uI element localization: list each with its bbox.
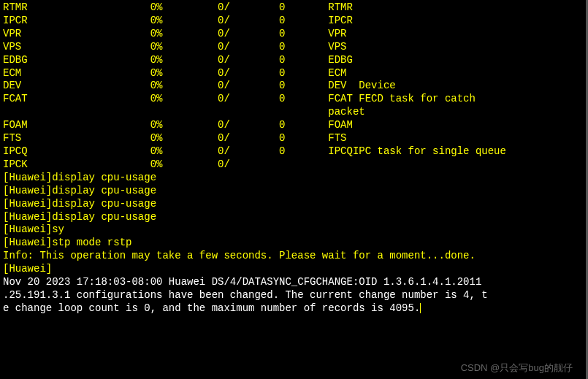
cli-command: [Huawei]sy (3, 223, 583, 237)
cpu-usage-row: RTMR 0% 0/ 0 RTMR (3, 1, 583, 15)
cpu-usage-row: FTS 0% 0/ 0 FTS (3, 132, 583, 145)
cpu-usage-row: FOAM 0% 0/ 0 FOAM (3, 119, 583, 132)
cpu-usage-row: VPS 0% 0/ 0 VPS (3, 41, 583, 54)
cli-command: [Huawei]stp mode rstp (3, 237, 583, 250)
cpu-usage-row: IPCR 0% 0/ 0 IPCR (3, 15, 583, 28)
cpu-usage-row: ECM 0% 0/ 0 ECM (3, 67, 583, 80)
watermark-text: CSDN @只会写bug的靓仔 (461, 361, 573, 375)
cpu-usage-row: IPCQ 0% 0/ 0 IPCQIPC task for single que… (3, 145, 583, 158)
cli-prompt: [Huawei] (3, 263, 583, 276)
cli-command: [Huawei]display cpu-usage (3, 185, 583, 198)
cpu-usage-row: packet (3, 106, 583, 119)
cpu-usage-row: EDBG 0% 0/ 0 EDBG (3, 54, 583, 67)
cli-command: [Huawei]display cpu-usage (3, 198, 583, 211)
cli-command: [Huawei]display cpu-usage (3, 172, 583, 185)
cpu-usage-row: IPCK 0% 0/ (3, 158, 583, 172)
cpu-usage-row: VPR 0% 0/ 0 VPR (3, 28, 583, 41)
cli-info: Info: This operation may take a few seco… (3, 250, 583, 263)
cursor-icon (420, 303, 421, 313)
cpu-usage-row: DEV 0% 0/ 0 DEV Device (3, 80, 583, 93)
log-line: e change loop count is 0, and the maximu… (3, 302, 583, 315)
log-line: .25.191.3.1 configurations have been cha… (3, 289, 583, 302)
cli-command: [Huawei]display cpu-usage (3, 211, 583, 224)
cpu-usage-row: FCAT 0% 0/ 0 FCAT FECD task for catch (3, 93, 583, 106)
terminal-output[interactable]: RTMR 0% 0/ 0 RTMRIPCR 0% 0/ 0 IPCRVPR 0%… (0, 0, 586, 317)
log-line: Nov 20 2023 17:18:03-08:00 Huawei DS/4/D… (3, 276, 583, 289)
